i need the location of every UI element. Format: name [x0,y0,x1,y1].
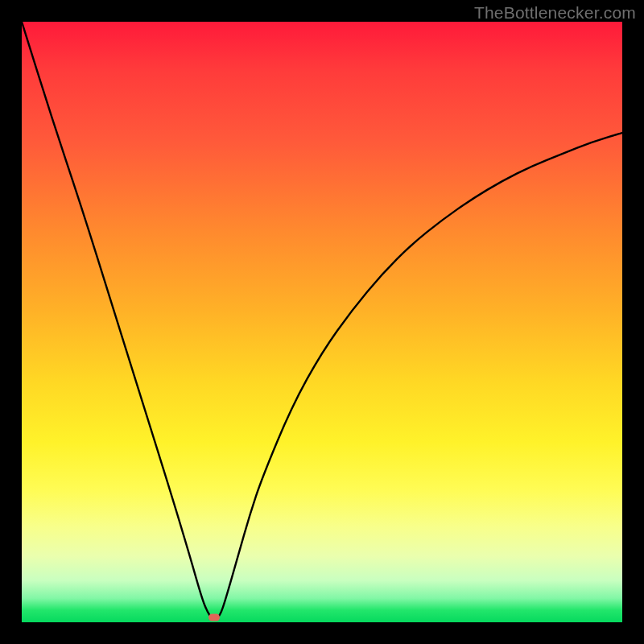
minimum-marker [208,614,220,621]
chart-container: TheBottlenecker.com [0,0,644,644]
watermark-text: TheBottlenecker.com [474,3,636,23]
bottleneck-curve [22,22,622,622]
curve-line [22,22,622,619]
plot-area [22,22,622,622]
